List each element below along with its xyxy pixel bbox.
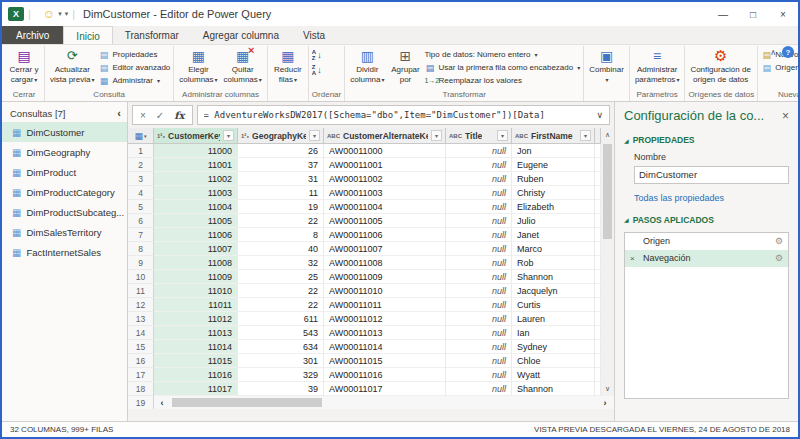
cell[interactable]: null bbox=[446, 340, 512, 354]
filter-icon[interactable]: ▾ bbox=[223, 130, 234, 141]
row-number[interactable]: 11 bbox=[128, 284, 154, 298]
configuracion-de-origen-de-datos-button[interactable]: ⚙Configuración deorigen de datos bbox=[688, 46, 752, 86]
query-name-input[interactable] bbox=[634, 166, 789, 184]
row-number[interactable]: 10 bbox=[128, 270, 154, 284]
applied-step-navegacion[interactable]: ×Navegación⚙ bbox=[625, 250, 788, 267]
cell[interactable]: 11013 bbox=[154, 326, 238, 340]
column-header-title[interactable]: ABCTitle▾ bbox=[446, 128, 512, 144]
usar-la-primera-fila-como-encabezado-button[interactable]: ▤Usar la primera fila como encabezado▾ bbox=[424, 61, 580, 74]
horizontal-scrollbar[interactable]: ‹ › bbox=[154, 396, 613, 409]
cell[interactable]: 611 bbox=[238, 312, 324, 326]
cell[interactable]: AW00011005 bbox=[324, 214, 446, 228]
cell[interactable]: AW00011001 bbox=[324, 158, 446, 172]
cell[interactable]: AW00011014 bbox=[324, 340, 446, 354]
properties-section-header[interactable]: ◢ PROPIEDADES bbox=[624, 135, 789, 145]
query-item-dimproductcategory[interactable]: ▦DimProductCategory bbox=[2, 182, 127, 202]
applied-step-origen[interactable]: Origen⚙ bbox=[625, 233, 788, 250]
cell[interactable]: null bbox=[446, 368, 512, 382]
minimize-button[interactable]: — bbox=[708, 2, 738, 26]
cell[interactable]: Ian bbox=[512, 326, 595, 340]
elegir-columnas-button[interactable]: ▦Elegircolumnas▾ bbox=[177, 46, 219, 86]
cell[interactable]: null bbox=[446, 382, 512, 396]
cell[interactable]: 329 bbox=[238, 368, 324, 382]
chevron-down-icon[interactable]: ▾ bbox=[58, 10, 62, 18]
row-number[interactable]: 18 bbox=[128, 382, 154, 396]
cell[interactable]: 11016 bbox=[154, 368, 238, 382]
cell[interactable]: Curtis bbox=[512, 298, 595, 312]
cell[interactable]: null bbox=[446, 228, 512, 242]
cell[interactable]: null bbox=[446, 200, 512, 214]
cell[interactable]: AW00011017 bbox=[324, 382, 446, 396]
cell[interactable]: AW00011007 bbox=[324, 242, 446, 256]
cell[interactable]: 39 bbox=[238, 382, 324, 396]
cell[interactable]: null bbox=[446, 284, 512, 298]
row-number[interactable]: 1 bbox=[128, 144, 154, 158]
cell[interactable]: 11010 bbox=[154, 284, 238, 298]
row-number[interactable]: 15 bbox=[128, 340, 154, 354]
dividir-columna-button[interactable]: ▥Dividircolumna▾ bbox=[348, 46, 386, 86]
cell[interactable]: 37 bbox=[238, 158, 324, 172]
collapse-pane-icon[interactable]: ‹ bbox=[117, 107, 121, 119]
cell[interactable]: AW00011000 bbox=[324, 144, 446, 158]
column-header-firstname[interactable]: ABCFirstName▾ bbox=[512, 128, 595, 144]
cell[interactable]: 11004 bbox=[154, 200, 238, 214]
select-all-button[interactable]: ▦ ▾ bbox=[128, 128, 154, 144]
cell[interactable]: 25 bbox=[238, 270, 324, 284]
cell[interactable]: Marco bbox=[512, 242, 595, 256]
cell[interactable]: AW00011013 bbox=[324, 326, 446, 340]
all-properties-link[interactable]: Todas las propiedades bbox=[634, 193, 789, 203]
editor-avanzado-button[interactable]: ▤Editor avanzado bbox=[98, 61, 170, 74]
cell[interactable]: 26 bbox=[238, 144, 324, 158]
close-panel-icon[interactable]: × bbox=[776, 109, 789, 123]
cell[interactable]: Lauren bbox=[512, 312, 595, 326]
confirm-formula-icon[interactable]: ✓ bbox=[156, 110, 164, 121]
administrar-parametros-button[interactable]: ≡Administrarparámetros▾ bbox=[633, 46, 681, 86]
cell[interactable]: 11014 bbox=[154, 340, 238, 354]
tab-vista[interactable]: Vista bbox=[291, 26, 337, 44]
cell[interactable]: 22 bbox=[238, 214, 324, 228]
cell[interactable]: 11000 bbox=[154, 144, 238, 158]
cell[interactable]: 40 bbox=[238, 242, 324, 256]
cell[interactable]: null bbox=[446, 144, 512, 158]
row-number[interactable]: 17 bbox=[128, 368, 154, 382]
cell[interactable]: 11002 bbox=[154, 172, 238, 186]
gear-icon[interactable]: ⚙ bbox=[775, 253, 783, 263]
cell[interactable]: 31 bbox=[238, 172, 324, 186]
agrupar-por-button[interactable]: ⊞Agruparpor bbox=[388, 46, 422, 86]
scroll-left-icon[interactable]: ‹ bbox=[154, 398, 170, 408]
quitar-columnas-button[interactable]: ▦Quitarcolumnas▾ bbox=[222, 46, 264, 86]
cell[interactable]: 11017 bbox=[154, 382, 238, 396]
row-number[interactable]: 2 bbox=[128, 158, 154, 172]
fx-icon[interactable]: fx bbox=[174, 110, 184, 121]
row-number[interactable]: 6 bbox=[128, 214, 154, 228]
cell[interactable]: 11006 bbox=[154, 228, 238, 242]
row-number[interactable]: 16 bbox=[128, 354, 154, 368]
cell[interactable]: 22 bbox=[238, 298, 324, 312]
tab-transformar[interactable]: Transformar bbox=[113, 26, 191, 44]
cell[interactable]: null bbox=[446, 242, 512, 256]
cell[interactable]: AW00011003 bbox=[324, 186, 446, 200]
cell[interactable]: null bbox=[446, 172, 512, 186]
column-header-customeralternatekey[interactable]: ABCCustomerAlternateKey▾ bbox=[324, 128, 446, 144]
cell[interactable]: 11015 bbox=[154, 354, 238, 368]
row-number[interactable]: 3 bbox=[128, 172, 154, 186]
cell[interactable]: Jacquelyn bbox=[512, 284, 595, 298]
cell[interactable]: Chloe bbox=[512, 354, 595, 368]
filter-icon[interactable]: ▾ bbox=[497, 130, 508, 141]
scroll-up-icon[interactable]: ∧ bbox=[605, 128, 610, 142]
cell[interactable]: AW00011015 bbox=[324, 354, 446, 368]
propiedades-button[interactable]: ▤Propiedades bbox=[98, 48, 170, 61]
cell[interactable]: AW00011010 bbox=[324, 284, 446, 298]
column-header-customerkey[interactable]: 1²₃CustomerKey▾ bbox=[154, 128, 238, 144]
cell[interactable]: null bbox=[446, 298, 512, 312]
smiley-feedback-icon[interactable]: ☺ bbox=[43, 8, 55, 20]
cell[interactable]: Ruben bbox=[512, 172, 595, 186]
cell[interactable]: 11001 bbox=[154, 158, 238, 172]
cell[interactable]: AW00011004 bbox=[324, 200, 446, 214]
cell[interactable]: AW00011008 bbox=[324, 256, 446, 270]
cell[interactable]: Elizabeth bbox=[512, 200, 595, 214]
cell[interactable]: Christy bbox=[512, 186, 595, 200]
vertical-scroll-thumb[interactable] bbox=[603, 144, 612, 239]
tab-inicio[interactable]: Inicio bbox=[63, 26, 112, 44]
cell[interactable]: 11007 bbox=[154, 242, 238, 256]
